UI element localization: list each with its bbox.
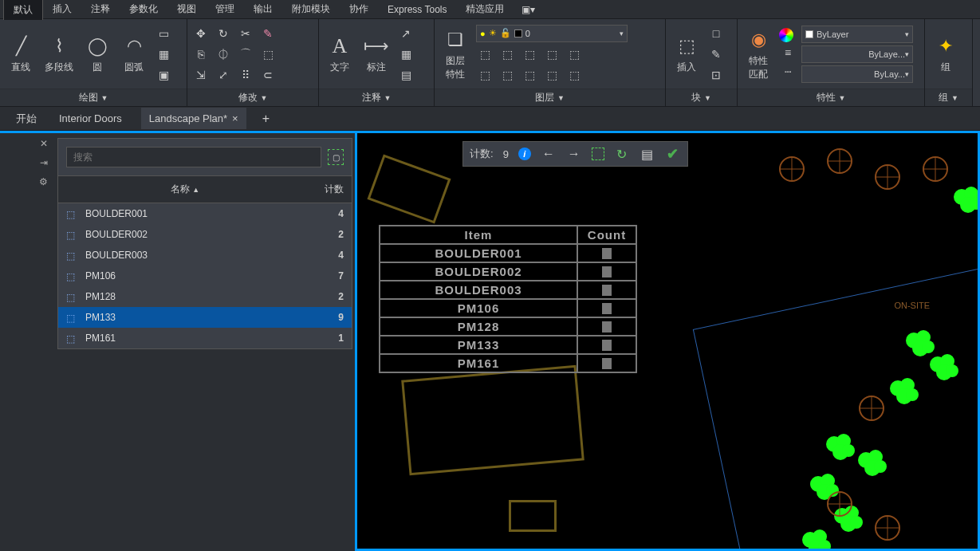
vegetation-symbol (852, 444, 891, 484)
layers-panel-label[interactable]: 图层▼ (435, 89, 665, 106)
count-row[interactable]: ⬚BOULDER0034 (58, 245, 352, 266)
select-objects-icon[interactable]: ▢ (328, 149, 344, 165)
annotate-panel-label[interactable]: 注释▼ (319, 89, 434, 106)
menu-4[interactable]: 视图 (167, 0, 206, 19)
arc-button[interactable]: ◠圆弧 (118, 32, 150, 76)
layer-tool-3[interactable]: ⬚ (521, 45, 538, 63)
erase-icon[interactable]: ✎ (259, 25, 277, 42)
layer-tool-6[interactable]: ⬚ (476, 66, 494, 84)
count-row[interactable]: ⬚BOULDER0014 (58, 203, 352, 224)
stretch-icon[interactable]: ⇲ (192, 66, 210, 84)
confirm-icon[interactable]: ✔ (665, 146, 681, 162)
layer-tool-4[interactable]: ⬚ (543, 45, 561, 63)
new-tab-button[interactable]: + (262, 112, 270, 126)
rect-icon[interactable]: ▭ (155, 25, 172, 42)
layer-tool-7[interactable]: ⬚ (498, 66, 516, 84)
insert-button[interactable]: ⬚插入 (671, 32, 703, 76)
attr-icon[interactable]: ⊡ (707, 66, 725, 84)
mirror-icon[interactable]: ⏀ (214, 45, 232, 63)
hatch-icon[interactable]: ▦ (155, 45, 172, 63)
layer-tool-1[interactable]: ⬚ (476, 45, 494, 63)
linetype-icon[interactable]: ┄ (779, 63, 797, 81)
modify-panel-label[interactable]: 修改▼ (187, 89, 318, 106)
close-icon[interactable]: ✕ (40, 138, 48, 149)
block-icon: ⬚ (66, 230, 79, 239)
ribbon: ╱直线 ⌇多段线 ◯圆 ◠圆弧 ▭ ▦ ▣ 绘图▼ ✥⎘⇲ ↻⏀⤢ ✂⌒⠿ ✎⬚… (0, 19, 980, 107)
group-button[interactable]: ✦组 (930, 32, 962, 76)
menu-6[interactable]: 输出 (244, 0, 282, 19)
explode-icon[interactable]: ⬚ (259, 45, 277, 63)
fillet-icon[interactable]: ⌒ (237, 45, 254, 63)
copy-icon[interactable]: ⎘ (192, 45, 210, 63)
trim-icon[interactable]: ✂ (237, 25, 254, 42)
group-panel-label[interactable]: 组▼ (925, 89, 972, 106)
tab-1[interactable]: Interior Doors (56, 108, 125, 129)
collapse-icon[interactable]: ⇥ (40, 157, 48, 168)
tab-2[interactable]: Landscape Plan*× (141, 108, 246, 129)
prev-arrow-icon[interactable]: ← (541, 146, 557, 162)
layer-dropdown[interactable]: ●☀🔓0▾ (476, 25, 628, 42)
count-row[interactable]: ⬚PM1282 (58, 286, 352, 307)
layer-tool-8[interactable]: ⬚ (521, 66, 538, 84)
rotate-icon[interactable]: ↻ (214, 25, 232, 42)
lineweight-dropdown[interactable]: ByLaye...▾ (801, 45, 913, 63)
mtext-icon[interactable]: ▤ (397, 66, 415, 84)
array-icon[interactable]: ⠿ (237, 66, 254, 84)
vegetation-symbol (772, 149, 812, 189)
refresh-icon[interactable]: ↻ (614, 146, 630, 162)
circle-button[interactable]: ◯圆 (81, 32, 113, 76)
count-row[interactable]: ⬚PM1067 (58, 266, 352, 286)
table-insert-icon[interactable]: ▤ (640, 146, 655, 162)
menu-7[interactable]: 附加模块 (282, 0, 340, 19)
tab-close-icon[interactable]: × (232, 112, 238, 124)
color-dropdown[interactable]: ByLayer▾ (801, 26, 913, 43)
move-icon[interactable]: ✥ (192, 25, 210, 42)
edit-block-icon[interactable]: ✎ (707, 45, 725, 63)
menu-9[interactable]: Express Tools (378, 1, 456, 18)
tab-0[interactable]: 开始 (13, 107, 40, 131)
create-block-icon[interactable]: □ (707, 25, 725, 42)
leader-icon[interactable]: ↗ (397, 25, 415, 42)
block-panel-label[interactable]: 块▼ (666, 89, 737, 106)
panel-draw: ╱直线 ⌇多段线 ◯圆 ◠圆弧 ▭ ▦ ▣ 绘图▼ (0, 19, 187, 106)
table-icon[interactable]: ▦ (397, 45, 415, 63)
info-icon[interactable]: i (518, 148, 531, 160)
lineweight-icon[interactable]: ≡ (779, 44, 797, 61)
settings-icon[interactable]: ⚙ (39, 176, 48, 187)
select-sim-icon[interactable] (592, 148, 604, 160)
linetype-dropdown[interactable]: ByLay...▾ (801, 65, 913, 83)
next-arrow-icon[interactable]: → (566, 146, 582, 162)
menu-0[interactable]: 默认 (3, 0, 43, 20)
color-wheel-icon[interactable] (779, 28, 793, 42)
menu-1[interactable]: 插入 (43, 0, 81, 19)
text-button[interactable]: A文字 (324, 32, 356, 76)
count-row[interactable]: ⬚BOULDER0022 (58, 224, 352, 245)
dim-button[interactable]: ⟼标注 (360, 32, 392, 76)
offset-icon[interactable]: ⊂ (259, 66, 277, 84)
menu-5[interactable]: 管理 (206, 0, 244, 19)
layer-tool-5[interactable]: ⬚ (565, 45, 583, 63)
col-name[interactable]: 名称 ▲ (66, 183, 304, 196)
vegetation-symbol (868, 157, 907, 197)
match-props-button[interactable]: ◉特性 匹配 (742, 26, 774, 83)
layer-tool-10[interactable]: ⬚ (565, 66, 583, 84)
props-panel-label[interactable]: 特性▼ (738, 89, 924, 106)
draw-panel-label[interactable]: 绘图▼ (0, 89, 187, 106)
block-icon: ⬚ (66, 209, 79, 218)
polyline-button[interactable]: ⌇多段线 (41, 32, 77, 76)
menu-3[interactable]: 参数化 (120, 0, 167, 19)
region-icon[interactable]: ▣ (155, 66, 172, 84)
layer-tool-9[interactable]: ⬚ (543, 66, 561, 84)
layer-props-button[interactable]: ❏图层 特性 (439, 26, 471, 83)
col-count[interactable]: 计数 (304, 183, 344, 196)
menu-8[interactable]: 协作 (340, 0, 378, 19)
count-row[interactable]: ⬚PM1611 (58, 328, 352, 348)
line-button[interactable]: ╱直线 (5, 32, 37, 76)
search-input[interactable] (66, 147, 321, 167)
scale-icon[interactable]: ⤢ (214, 66, 232, 84)
menu-2[interactable]: 注释 (81, 0, 120, 19)
menu-10[interactable]: 精选应用 (456, 0, 514, 19)
count-row[interactable]: ⬚PM1339 (58, 307, 352, 328)
menu-overflow-icon[interactable]: ▣▾ (518, 1, 538, 18)
layer-tool-2[interactable]: ⬚ (498, 45, 516, 63)
